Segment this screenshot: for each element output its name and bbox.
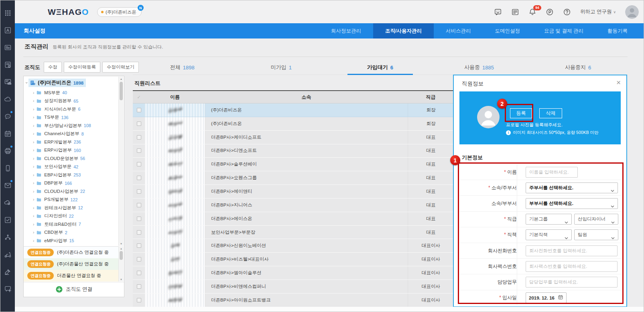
row-checkbox[interactable]	[133, 294, 145, 307]
직급-select-1[interactable]: 선임디자이너	[574, 214, 618, 225]
document-w-icon[interactable]	[0, 56, 15, 73]
board-icon[interactable]	[511, 8, 519, 16]
tree-scroll-thumb[interactable]	[120, 82, 123, 100]
입사일-date-picker[interactable]: 2019. 12. 16	[526, 292, 567, 303]
user-menu[interactable]: 위하고 연구원∨	[580, 8, 616, 15]
tree-item-15[interactable]: ›디자인센터22	[24, 212, 118, 221]
tree-item-14[interactable]: ›핀테크사업본부12	[24, 204, 118, 212]
expander-icon[interactable]: ›	[33, 222, 34, 227]
회사팩스번호-input[interactable]	[526, 261, 618, 272]
wehago-logo[interactable]: WΞHAGO	[48, 7, 89, 17]
row-checkbox[interactable]	[133, 199, 145, 212]
expander-icon[interactable]: ›	[33, 230, 34, 235]
tree-item-6[interactable]: ›ERP개발본부236	[24, 138, 118, 146]
tree-item-4[interactable]: ›부산/영남사업본부108	[24, 122, 118, 130]
expander-icon[interactable]: ›	[33, 148, 34, 152]
tree-root-company[interactable]: › (주)더존비즈온 1898	[26, 78, 86, 87]
tree-item-11[interactable]: ›DBP본부166	[24, 179, 118, 188]
user-avatar[interactable]	[625, 5, 639, 19]
table-row[interactable]: 백상사(주)더존비즈온회장	[133, 117, 454, 131]
tab-0[interactable]: 전체1898	[133, 60, 232, 75]
table-row[interactable]: 정재인더존BP사>엠아이솔루션대표이사	[133, 266, 454, 280]
scroll-up-icon[interactable]: ▲	[119, 246, 124, 251]
expander-icon[interactable]: ›	[33, 91, 34, 95]
row-checkbox[interactable]	[133, 144, 145, 158]
cloud-icon[interactable]	[0, 91, 15, 108]
close-icon[interactable]: ×	[616, 79, 621, 86]
requests-scrollbar[interactable]: ▲ ▼	[118, 246, 124, 282]
table-row[interactable]: 채정일더존BP사>아이원소프트뱅크대표이사	[133, 294, 454, 307]
table-row[interactable]: 박상균더존BP사>디엔소프트대표	[133, 144, 454, 158]
scroll-down-icon[interactable]: ▼	[119, 277, 124, 282]
row-checkbox[interactable]	[133, 117, 145, 130]
row-checkbox[interactable]	[133, 131, 145, 144]
toolbar-button-1[interactable]: 수정이력등록	[64, 62, 100, 73]
expander-icon[interactable]: ›	[33, 132, 34, 136]
tree-item-16[interactable]: ›토테크R&D센터7	[24, 220, 118, 229]
gavel-icon[interactable]	[0, 263, 15, 280]
connection-request-2[interactable]: 연결요청중더존물산 연결요청 중	[24, 270, 118, 282]
tree-scrollbar[interactable]: ▲ ▼	[118, 77, 124, 246]
cloud-eye-icon[interactable]	[0, 194, 15, 211]
check-square-icon[interactable]	[0, 211, 15, 229]
table-row[interactable]: 이상우더존BP사>지니어스대표	[133, 199, 454, 212]
expander-icon[interactable]: ›	[33, 239, 34, 243]
expander-icon[interactable]: ›	[33, 214, 34, 218]
card-list-icon[interactable]	[0, 39, 15, 56]
tree-item-18[interactable]: ›eMP사업부15	[24, 237, 118, 245]
tree-item-1[interactable]: ›성장지원본부65	[24, 97, 118, 105]
이름-input[interactable]	[526, 167, 578, 178]
table-row[interactable]: 양미금더존BP사>에이앤티대표	[133, 185, 454, 199]
table-row[interactable]: 최광수더존BP사>오웬스그룹대표	[133, 171, 454, 185]
expander-icon[interactable]: ›	[33, 140, 34, 144]
connect-org-chart-button[interactable]: 조직도 연결	[24, 282, 124, 296]
row-checkbox[interactable]	[133, 266, 145, 280]
tab-4[interactable]: 사용중지6	[528, 60, 628, 75]
table-row[interactable]: 이상진보안사업부문>부문장대표	[133, 226, 454, 239]
toolbar-button-0[interactable]: 수정	[44, 62, 62, 73]
table-row[interactable]: 공강불더존BP사>케이디소프트대표	[133, 131, 454, 144]
row-checkbox[interactable]	[133, 226, 145, 239]
tree-item-2[interactable]: ›지식서비스부문6	[24, 105, 118, 113]
tab-1[interactable]: 미가입1	[232, 60, 331, 75]
row-checkbox[interactable]	[133, 253, 145, 266]
nav-item-4[interactable]: 요금 및 결제 관리	[532, 23, 595, 38]
row-checkbox[interactable]	[133, 212, 145, 225]
bell-icon[interactable]: 94	[528, 8, 536, 16]
expander-icon[interactable]: ›	[33, 164, 34, 169]
row-checkbox[interactable]	[133, 103, 145, 117]
chat-icon[interactable]	[0, 108, 15, 125]
connection-request-0[interactable]: 연결요청중(주)더존다스 연결요청 중	[24, 247, 118, 258]
직급-select-0[interactable]: 기본그룹	[526, 214, 572, 225]
nav-item-3[interactable]: 도메인설정	[483, 23, 532, 38]
select-all-check-icon[interactable]: ✓	[133, 95, 145, 100]
scroll-up-icon[interactable]: ▲	[119, 77, 124, 81]
printer-icon[interactable]	[0, 142, 15, 160]
point-p-icon[interactable]	[546, 8, 554, 16]
expander-icon[interactable]: ›	[33, 107, 34, 111]
nav-item-2[interactable]: 서비스관리	[434, 23, 483, 38]
row-checkbox[interactable]	[133, 239, 145, 252]
expander-icon[interactable]: ›	[33, 189, 34, 194]
tree-item-17[interactable]: ›CBD본부2	[24, 229, 118, 237]
expander-icon[interactable]: ›	[33, 181, 34, 185]
담당업무-input[interactable]	[526, 277, 618, 288]
tree-item-13[interactable]: ›PS개발본부122	[24, 196, 118, 204]
photo-delete-button[interactable]: 삭제	[539, 108, 562, 118]
expander-icon[interactable]: ›	[33, 197, 34, 202]
row-checkbox[interactable]	[133, 280, 145, 293]
photo-register-button[interactable]: 등록	[510, 108, 532, 118]
mail-icon[interactable]	[0, 177, 15, 194]
nav-item-1[interactable]: 조직/사용자관리	[373, 23, 434, 38]
tree-item-7[interactable]: ›ERP사업본부160	[24, 146, 118, 155]
회사전화번호-input[interactable]	[526, 245, 618, 256]
소속/부부서-select[interactable]: 부부서를 선택하세요.	[526, 198, 618, 209]
expander-icon[interactable]: ›	[33, 156, 34, 161]
company-selector-chip[interactable]: (주)더존비즈온 N	[97, 7, 142, 17]
tree-item-0[interactable]: ›MS부문40	[24, 89, 118, 97]
tree-item-12[interactable]: ›CLOUD사업본부22	[24, 187, 118, 196]
row-checkbox[interactable]	[133, 158, 145, 171]
table-row[interactable]: 신지원더존BP사>에이스온대표	[133, 212, 454, 226]
row-checkbox[interactable]	[133, 171, 145, 184]
table-row[interactable]: 김빈더존BP사>비즈웰>대표이사대표이사	[133, 253, 454, 266]
